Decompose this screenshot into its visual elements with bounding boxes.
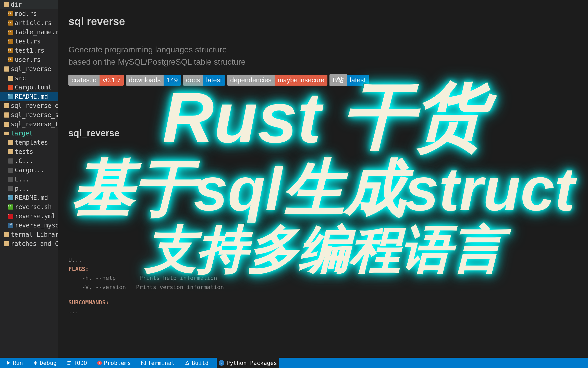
package-title-2: sql_reverse bbox=[68, 128, 119, 139]
sidebar-label: p... bbox=[15, 185, 30, 192]
badge-bilibili-value: latest bbox=[347, 75, 369, 86]
md-icon: M bbox=[8, 195, 13, 200]
rs-icon: rs bbox=[8, 11, 13, 16]
file-icon bbox=[8, 168, 13, 173]
term-line-dots: ... bbox=[68, 307, 578, 316]
badges-row: crates.io v0.1.7 downloads 149 docs late… bbox=[68, 74, 369, 86]
dir-icon bbox=[8, 76, 13, 81]
file-icon bbox=[8, 186, 13, 191]
sidebar-item-user-rs[interactable]: rs user.rs bbox=[0, 55, 58, 64]
sidebar-item-test-rs[interactable]: rs test.rs bbox=[0, 37, 58, 46]
sidebar-item-target[interactable]: target bbox=[0, 129, 58, 138]
term-line-subcommands: SUBCOMMANDS: bbox=[68, 298, 578, 307]
badge-downloads-label: downloads bbox=[126, 75, 164, 86]
debug-label: Debug bbox=[40, 360, 57, 366]
sidebar-item-readme2[interactable]: M README.md bbox=[0, 193, 58, 202]
sidebar-item-reverse-yml[interactable]: Y reverse.yml bbox=[0, 212, 58, 221]
downloads-badge[interactable]: downloads 149 bbox=[126, 75, 181, 86]
sidebar-label: reverse_mysql.sql bbox=[15, 222, 58, 229]
sidebar-item-cargo-toml[interactable]: T Cargo.toml bbox=[0, 83, 58, 92]
debug-icon bbox=[33, 361, 38, 365]
sidebar-item-c[interactable]: .C... bbox=[0, 156, 58, 166]
sidebar-label: dir bbox=[11, 1, 22, 8]
sidebar-item-dir[interactable]: dir bbox=[0, 0, 58, 9]
sidebar-item-sql-reverse-struct[interactable]: sql_reverse_struct bbox=[0, 110, 58, 120]
docs-badge[interactable]: docs latest bbox=[183, 75, 225, 86]
sidebar-label: mod.rs bbox=[15, 10, 37, 17]
todo-label: TODO bbox=[74, 360, 87, 366]
build-label: Build bbox=[192, 360, 209, 366]
sidebar-item-l[interactable]: L... bbox=[0, 175, 58, 184]
sidebar-label: L... bbox=[15, 176, 30, 183]
svg-rect-6 bbox=[67, 364, 70, 365]
sidebar-item-mod-rs[interactable]: rs mod.rs bbox=[0, 9, 58, 18]
rs-icon: rs bbox=[8, 30, 13, 35]
sidebar-label: user.rs bbox=[15, 56, 41, 63]
dependencies-badge[interactable]: dependencies maybe insecure bbox=[227, 75, 327, 86]
build-button[interactable]: Build bbox=[183, 358, 211, 368]
terminal-area: U... FLAGS: -h, --help Prints help infor… bbox=[58, 250, 588, 358]
sidebar-item-sql-reverse-template[interactable]: sql_reverse_template bbox=[0, 120, 58, 129]
todo-button[interactable]: TODO bbox=[65, 358, 89, 368]
sidebar-item-p[interactable]: p... bbox=[0, 184, 58, 193]
term-line-flags: FLAGS: bbox=[68, 264, 578, 273]
todo-icon bbox=[67, 361, 71, 365]
sidebar-label: reverse.yml bbox=[15, 213, 55, 220]
dir-icon bbox=[4, 122, 9, 127]
dir-icon bbox=[4, 232, 9, 237]
problems-button[interactable]: 1 Problems bbox=[95, 358, 133, 368]
terminal-button[interactable]: Terminal bbox=[139, 358, 177, 368]
pkg-desc-line2: based on the MySQL/PostgreSQL table stru… bbox=[68, 56, 246, 68]
sidebar-item-reverse-mysql-sql[interactable]: sql reverse_mysql.sql bbox=[0, 221, 58, 230]
sidebar-item-test1-rs[interactable]: rs test1.rs bbox=[0, 46, 58, 55]
sidebar-item-sql-reverse-error[interactable]: sql_reverse_error bbox=[0, 101, 58, 110]
sidebar-item-src[interactable]: src bbox=[0, 74, 58, 83]
dir-icon bbox=[4, 2, 9, 7]
sidebar-item-sql-reverse[interactable]: sql_reverse bbox=[0, 64, 58, 74]
badge-deps-label: dependencies bbox=[227, 75, 275, 86]
python-badge: 2 bbox=[219, 360, 224, 366]
problems-badge: 1 bbox=[97, 361, 102, 365]
sidebar-item-templates[interactable]: templates bbox=[0, 138, 58, 147]
sidebar-item-readme-md[interactable]: M README.md bbox=[0, 92, 58, 101]
sidebar-item-table-name-rs[interactable]: rs table_name.rs bbox=[0, 28, 58, 37]
run-button[interactable]: Run bbox=[4, 358, 25, 368]
bilibili-badge[interactable]: B站 latest bbox=[329, 74, 369, 86]
sidebar-label: article.rs bbox=[15, 19, 52, 27]
sidebar-label: ternal Libraries bbox=[11, 231, 58, 238]
sidebar-label: templates bbox=[15, 139, 48, 146]
sidebar-item-article-rs[interactable]: rs article.rs bbox=[0, 18, 58, 28]
sidebar-item-tests[interactable]: tests bbox=[0, 147, 58, 156]
sql-icon: sql bbox=[8, 223, 13, 228]
md-icon: M bbox=[8, 94, 13, 99]
sidebar-label: tests bbox=[15, 148, 33, 155]
sidebar-label: reverse.sh bbox=[15, 203, 52, 211]
crates-badge[interactable]: crates.io v0.1.7 bbox=[68, 75, 124, 86]
sidebar-item-scratches[interactable]: ratches and Const... bbox=[0, 239, 58, 248]
sidebar-label: Cargo... bbox=[15, 167, 44, 174]
terminal-label: Terminal bbox=[148, 360, 175, 366]
dir-icon bbox=[8, 140, 13, 145]
debug-button[interactable]: Debug bbox=[31, 358, 59, 368]
main-content: sql reverse Generate programming languag… bbox=[58, 0, 588, 358]
build-icon bbox=[185, 361, 190, 365]
sidebar-label: README.md bbox=[15, 194, 48, 201]
badge-downloads-value: 149 bbox=[164, 75, 181, 86]
rs-icon: rs bbox=[8, 48, 13, 53]
python-packages-button[interactable]: 2 Python Packages bbox=[217, 358, 279, 368]
python-packages-label: Python Packages bbox=[226, 360, 277, 366]
sidebar-label: Cargo.toml bbox=[15, 84, 52, 91]
sidebar-label: sql_reverse bbox=[11, 65, 51, 73]
sidebar: dir rs mod.rs rs article.rs rs table_nam… bbox=[0, 0, 58, 358]
toml-icon: T bbox=[8, 85, 13, 90]
badge-crates-value: v0.1.7 bbox=[100, 75, 124, 86]
bottom-toolbar: Run Debug TODO 1 Problems Terminal B bbox=[0, 358, 588, 368]
sidebar-item-reverse-sh[interactable]: sh reverse.sh bbox=[0, 202, 58, 212]
run-icon bbox=[6, 361, 11, 365]
sidebar-label: table_name.rs bbox=[15, 29, 58, 36]
sidebar-label: ratches and Const... bbox=[11, 240, 58, 247]
svg-marker-0 bbox=[7, 361, 10, 365]
sidebar-item-ternal-libraries[interactable]: ternal Libraries bbox=[0, 230, 58, 239]
sidebar-item-cargo[interactable]: Cargo... bbox=[0, 166, 58, 175]
sidebar-label: src bbox=[15, 75, 26, 82]
